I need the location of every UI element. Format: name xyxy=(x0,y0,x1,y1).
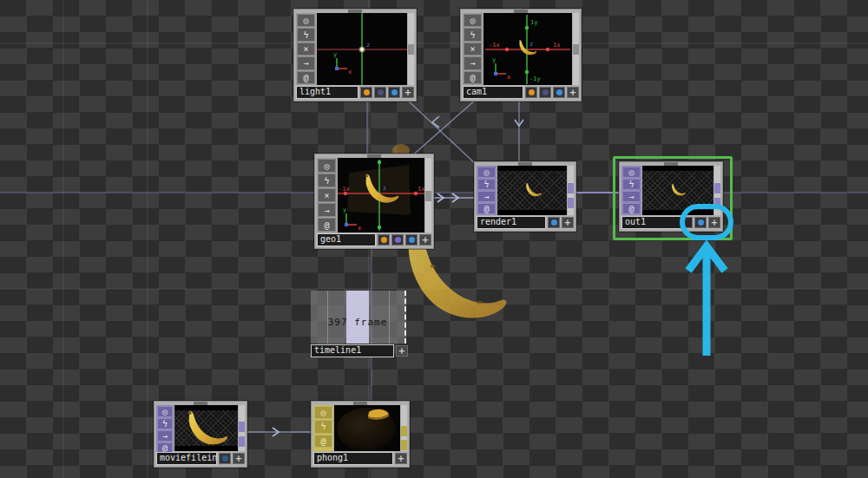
palette-blue-button[interactable] xyxy=(405,234,418,246)
add-parameter-button[interactable]: + xyxy=(233,453,245,464)
output-connector-tab[interactable] xyxy=(568,198,574,208)
connector-tab[interactable] xyxy=(408,44,414,55)
render-flag-icon[interactable]: ϟ xyxy=(477,179,496,190)
node-name-field[interactable]: cam1 xyxy=(463,86,523,99)
gizmo-x-label: x xyxy=(507,74,510,81)
annotation-circle xyxy=(682,206,731,238)
palette-orange-button[interactable] xyxy=(525,87,537,98)
render1-viewer[interactable] xyxy=(497,166,567,215)
flag-column: ◎ ϟ × → @ xyxy=(317,158,337,232)
render-flag-icon[interactable]: ϟ xyxy=(314,420,332,433)
node-name-field[interactable]: timeline1 xyxy=(311,344,394,357)
flag-column: ◎ ϟ → @ xyxy=(477,166,496,215)
node-name-field[interactable]: phong1 xyxy=(313,452,393,465)
node-moviefilein1[interactable]: ◎ ϟ → @ moviefilein1 + xyxy=(154,401,247,468)
gizmo-x-label: x xyxy=(348,69,352,75)
connector-tab[interactable] xyxy=(573,44,579,55)
bypass-flag-icon[interactable]: × xyxy=(318,188,336,202)
display-flag-icon[interactable]: ◎ xyxy=(297,14,315,27)
scroll-strip xyxy=(401,405,407,451)
export-flag-icon[interactable]: → xyxy=(318,203,336,217)
display-flag-icon[interactable]: ◎ xyxy=(314,406,332,419)
render-flag-icon[interactable]: ϟ xyxy=(464,28,482,41)
node-light1[interactable]: ◎ ϟ × → @ z y x xyxy=(293,9,417,101)
output-connector-tab[interactable] xyxy=(239,436,245,447)
output-connector-tab[interactable] xyxy=(401,426,407,436)
add-parameter-button[interactable]: + xyxy=(562,217,574,228)
phong1-viewer[interactable] xyxy=(334,405,400,451)
display-flag-icon[interactable]: ◎ xyxy=(157,406,173,417)
flag-column: ◎ ϟ → @ xyxy=(156,405,174,451)
palette-blue-button[interactable] xyxy=(388,87,400,98)
lock-flag-icon[interactable]: @ xyxy=(314,435,332,448)
geo1-viewer[interactable]: -1x 1x z y x xyxy=(338,158,424,232)
palette-blue-button[interactable] xyxy=(548,217,560,228)
gizmo-y-label: y xyxy=(333,51,337,58)
display-flag-icon[interactable]: ◎ xyxy=(622,167,641,178)
node-name-field[interactable]: moviefilein1 xyxy=(156,452,217,465)
render-flag-icon[interactable]: ϟ xyxy=(622,179,641,190)
moviefilein1-viewer[interactable] xyxy=(174,405,238,451)
output-connector-tab[interactable] xyxy=(568,183,574,193)
lock-flag-icon[interactable]: @ xyxy=(297,71,315,84)
export-flag-icon[interactable]: → xyxy=(297,56,315,69)
export-flag-icon[interactable]: → xyxy=(464,56,482,69)
axis-xneg-label: -1x xyxy=(339,186,350,193)
display-flag-icon[interactable]: ◎ xyxy=(477,167,496,178)
timeline-box[interactable]: 397 frame xyxy=(311,291,406,344)
axis-xpos-label: 1x xyxy=(553,42,560,49)
node-name-field[interactable]: light1 xyxy=(296,86,358,99)
export-flag-icon[interactable]: → xyxy=(477,191,496,202)
render-flag-icon[interactable]: ϟ xyxy=(297,28,315,41)
lock-flag-icon[interactable]: @ xyxy=(464,71,482,84)
gizmo-y-label: y xyxy=(492,56,496,63)
add-parameter-button[interactable]: + xyxy=(567,87,579,98)
node-name-field[interactable]: geo1 xyxy=(317,233,376,246)
add-parameter-button[interactable]: + xyxy=(419,234,431,246)
palette-blue-button[interactable] xyxy=(553,87,565,98)
flag-column: ◎ ϟ × → @ xyxy=(296,13,316,85)
palette-purple-button[interactable] xyxy=(391,234,404,246)
scroll-strip xyxy=(239,405,245,451)
node-render1[interactable]: ◎ ϟ → @ render1 + xyxy=(474,161,576,232)
display-flag-icon[interactable]: ◎ xyxy=(464,14,482,27)
sidebar-filler xyxy=(314,449,332,450)
lock-flag-icon[interactable]: @ xyxy=(477,203,496,214)
bypass-flag-icon[interactable]: × xyxy=(297,43,315,56)
light1-viewer-graphic: z y x xyxy=(317,13,407,85)
add-parameter-button[interactable]: + xyxy=(395,453,407,464)
lock-flag-icon[interactable]: @ xyxy=(622,203,641,214)
node-cam1[interactable]: ◎ ϟ × → @ 1y -1y -1x 1x z xyxy=(460,9,582,101)
output-connector-tab[interactable] xyxy=(714,183,720,193)
add-parameter-button[interactable]: + xyxy=(396,345,408,357)
axis-xneg-label: -1x xyxy=(489,42,500,49)
palette-orange-button[interactable] xyxy=(378,234,390,246)
connector-tab[interactable] xyxy=(425,191,431,201)
add-parameter-button[interactable]: + xyxy=(402,87,414,98)
bypass-flag-icon[interactable]: × xyxy=(464,43,482,56)
palette-purple-button[interactable] xyxy=(539,87,551,98)
annotation-highlight xyxy=(667,198,749,367)
node-geo1[interactable]: ◎ ϟ × → @ -1x 1x z xyxy=(314,154,434,249)
node-timeline1[interactable]: 397 frame timeline1 + xyxy=(311,291,408,357)
export-flag-icon[interactable]: → xyxy=(622,191,641,202)
lock-flag-icon[interactable]: @ xyxy=(318,218,336,232)
cam1-viewer[interactable]: 1y -1y -1x 1x z y x xyxy=(483,13,572,85)
node-phong1[interactable]: ◎ ϟ @ phong1 + xyxy=(311,401,410,468)
display-flag-icon[interactable]: ◎ xyxy=(318,159,336,173)
palette-orange-button[interactable] xyxy=(360,87,372,98)
scroll-strip xyxy=(408,13,414,85)
axis-z-label: z xyxy=(529,41,533,48)
node-name-field[interactable]: render1 xyxy=(477,216,546,229)
output-connector-tab[interactable] xyxy=(401,440,407,450)
network-canvas: ◎ ϟ × → @ z y x xyxy=(0,0,868,478)
export-flag-icon[interactable]: → xyxy=(157,430,173,442)
cam1-viewer-graphic: 1y -1y -1x 1x z y x xyxy=(483,13,572,85)
light1-viewer[interactable]: z y x xyxy=(317,13,407,85)
render-flag-icon[interactable]: ϟ xyxy=(318,174,336,187)
output-connector-tab[interactable] xyxy=(239,422,245,432)
flag-column: ◎ ϟ @ xyxy=(313,405,333,451)
palette-blue-button[interactable] xyxy=(219,453,231,464)
palette-purple-button[interactable] xyxy=(374,87,386,98)
render-flag-icon[interactable]: ϟ xyxy=(157,418,173,429)
